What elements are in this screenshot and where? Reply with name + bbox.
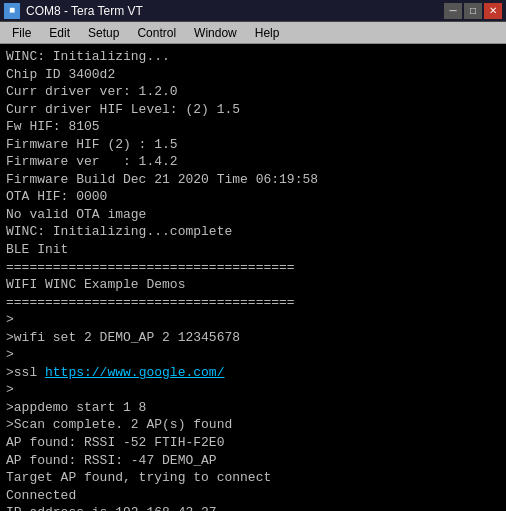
terminal-line: OTA HIF: 0000 [6, 188, 500, 206]
maximize-button[interactable]: □ [464, 3, 482, 19]
terminal-line: IP address is 192.168.43.27 [6, 504, 500, 511]
terminal-line: AP found: RSSI: -47 DEMO_AP [6, 452, 500, 470]
close-button[interactable]: ✕ [484, 3, 502, 19]
menu-file[interactable]: File [4, 24, 39, 42]
terminal-line: ===================================== [6, 259, 500, 277]
terminal-line: > [6, 381, 500, 399]
terminal-line: Firmware ver : 1.4.2 [6, 153, 500, 171]
menu-control[interactable]: Control [129, 24, 184, 42]
terminal-line: WINC: Initializing...complete [6, 223, 500, 241]
minimize-button[interactable]: ─ [444, 3, 462, 19]
menu-help[interactable]: Help [247, 24, 288, 42]
terminal-line: Curr driver HIF Level: (2) 1.5 [6, 101, 500, 119]
terminal-line: Chip ID 3400d2 [6, 66, 500, 84]
title-bar-text: COM8 - Tera Term VT [26, 4, 438, 18]
terminal-line: >wifi set 2 DEMO_AP 2 12345678 [6, 329, 500, 347]
terminal-line: ===================================== [6, 294, 500, 312]
terminal-line: Firmware Build Dec 21 2020 Time 06:19:58 [6, 171, 500, 189]
terminal-line: >Scan complete. 2 AP(s) found [6, 416, 500, 434]
menu-bar: File Edit Setup Control Window Help [0, 22, 506, 44]
terminal-line: >ssl https://www.google.com/ [6, 364, 500, 382]
terminal-line: WIFI WINC Example Demos [6, 276, 500, 294]
menu-edit[interactable]: Edit [41, 24, 78, 42]
terminal-line: Target AP found, trying to connect [6, 469, 500, 487]
terminal-line: AP found: RSSI -52 FTIH-F2E0 [6, 434, 500, 452]
terminal-output: WINC: Initializing...Chip ID 3400d2Curr … [0, 44, 506, 511]
app-icon: ■ [4, 3, 20, 19]
menu-window[interactable]: Window [186, 24, 245, 42]
title-bar-controls: ─ □ ✕ [444, 3, 502, 19]
terminal-line: Connected [6, 487, 500, 505]
terminal-line: > [6, 346, 500, 364]
terminal-line: > [6, 311, 500, 329]
title-bar: ■ COM8 - Tera Term VT ─ □ ✕ [0, 0, 506, 22]
terminal-line: Curr driver ver: 1.2.0 [6, 83, 500, 101]
terminal-line: No valid OTA image [6, 206, 500, 224]
terminal-link[interactable]: https://www.google.com/ [45, 365, 224, 380]
terminal-line: BLE Init [6, 241, 500, 259]
terminal-line: WINC: Initializing... [6, 48, 500, 66]
terminal-line: >appdemo start 1 8 [6, 399, 500, 417]
terminal-line: Fw HIF: 8105 [6, 118, 500, 136]
terminal-line: Firmware HIF (2) : 1.5 [6, 136, 500, 154]
menu-setup[interactable]: Setup [80, 24, 127, 42]
